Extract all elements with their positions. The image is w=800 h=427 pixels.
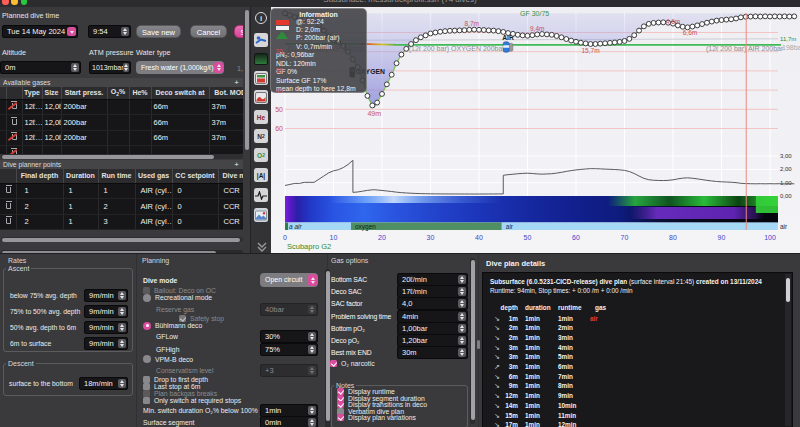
photos-icon[interactable] bbox=[254, 208, 268, 222]
o2-narcotic-checkbox[interactable]: O₂ narcotic bbox=[330, 360, 375, 367]
delete-row-icon[interactable] bbox=[0, 199, 16, 215]
table-row[interactable]: 213AIR (cyl…0CCR bbox=[0, 214, 243, 230]
planning-spinbox[interactable]: 30% bbox=[260, 330, 318, 343]
delete-row-icon[interactable] bbox=[6, 146, 22, 155]
setting-spinbox[interactable]: 9m/min bbox=[84, 289, 128, 302]
planning-radio[interactable]: Bühlmann deco bbox=[143, 322, 202, 330]
setting-spinbox[interactable]: 18m/min bbox=[79, 377, 128, 390]
dive-mode-combo-arrows[interactable] bbox=[308, 274, 317, 286]
save-button[interactable]: Save bbox=[234, 25, 243, 38]
radio-button[interactable] bbox=[143, 294, 151, 302]
column-header[interactable]: He% bbox=[129, 87, 151, 99]
spinbox-arrows[interactable] bbox=[308, 332, 316, 341]
water-type-combo[interactable]: Fresh water (1,000kg/ℓ) bbox=[136, 61, 224, 74]
dive-date-field[interactable]: Tue 14 May 2024 bbox=[2, 25, 78, 38]
spinbox-arrows[interactable] bbox=[308, 305, 316, 314]
gas-options-vscrollbar[interactable] bbox=[470, 258, 475, 424]
column-header[interactable]: Deco switch at bbox=[151, 87, 209, 99]
column-header[interactable]: Final depth bbox=[16, 169, 63, 183]
splitter-handle[interactable] bbox=[477, 340, 480, 349]
checkbox-box[interactable] bbox=[143, 397, 150, 404]
radio-button[interactable] bbox=[143, 322, 151, 330]
time-spinner[interactable] bbox=[121, 27, 129, 36]
atm-spinner[interactable] bbox=[123, 63, 129, 72]
spinbox-arrows[interactable] bbox=[118, 379, 126, 388]
altitude-field[interactable]: 0m bbox=[0, 61, 81, 74]
planning-checkbox[interactable]: Only switch at required stops bbox=[143, 397, 241, 404]
available-gases-table[interactable]: TypeSizeStart press.O2%He%Deco switch at… bbox=[0, 87, 243, 154]
column-header[interactable] bbox=[6, 87, 22, 99]
delete-row-icon[interactable] bbox=[6, 115, 22, 131]
mod-toggle-icon[interactable]: |A| bbox=[254, 168, 268, 182]
calc-ceiling-icon[interactable] bbox=[254, 90, 268, 104]
planning-spinbox[interactable]: 0min bbox=[260, 416, 318, 427]
column-header[interactable]: Dive mode bbox=[218, 169, 243, 183]
picture-tag-icon[interactable] bbox=[254, 52, 268, 66]
spinbox-arrows[interactable] bbox=[458, 336, 466, 345]
dive-planner-points-table[interactable]: Final depthDurationRun timeUsed gasCC se… bbox=[0, 169, 243, 230]
planning-radio[interactable]: VPM-B deco bbox=[143, 355, 193, 363]
delete-row-icon[interactable] bbox=[0, 214, 16, 230]
delete-row-icon[interactable] bbox=[6, 130, 22, 146]
planning-vscrollbar[interactable] bbox=[325, 269, 330, 427]
table-row[interactable]: 12ℓ…12,0ℓ200bar66m37m bbox=[0, 99, 243, 115]
spinbox-arrows[interactable] bbox=[458, 312, 466, 321]
radio-button[interactable] bbox=[143, 355, 151, 363]
ceiling-icon[interactable] bbox=[254, 71, 268, 85]
phe-toggle-icon[interactable]: He bbox=[254, 110, 268, 124]
column-header[interactable]: Type bbox=[22, 87, 42, 99]
column-header[interactable] bbox=[0, 169, 16, 183]
spinbox-arrows[interactable] bbox=[308, 418, 316, 427]
checkbox-box[interactable] bbox=[337, 414, 344, 421]
save-new-button[interactable]: Save new bbox=[136, 25, 181, 38]
column-header[interactable]: CC setpoint bbox=[172, 169, 218, 183]
column-header[interactable]: Used gas bbox=[135, 169, 172, 183]
spinbox-arrows[interactable] bbox=[118, 323, 126, 332]
setting-spinbox[interactable]: 9m/min bbox=[84, 305, 128, 318]
table-row[interactable]: 212AIR (cyl…0CCR bbox=[0, 199, 243, 215]
spinbox-arrows[interactable] bbox=[308, 406, 316, 415]
planning-radio[interactable]: Recreational mode bbox=[143, 294, 212, 302]
dive-time-field[interactable]: 9:54 bbox=[88, 25, 131, 38]
setting-spinbox[interactable]: 30m bbox=[397, 346, 468, 359]
info-icon[interactable]: i bbox=[254, 11, 268, 25]
collapse-icon[interactable] bbox=[254, 240, 268, 254]
spinbox-arrows[interactable] bbox=[308, 366, 316, 375]
setting-spinbox[interactable]: 1,20bar bbox=[397, 334, 468, 347]
atm-pressure-field[interactable]: 1013mbar bbox=[89, 61, 131, 74]
spinbox-arrows[interactable] bbox=[458, 299, 466, 308]
column-header[interactable]: Duration bbox=[63, 169, 98, 183]
heartrate-icon[interactable] bbox=[254, 188, 268, 202]
planning-spinbox[interactable]: 75% bbox=[260, 343, 318, 356]
add-gas-button[interactable]: + bbox=[234, 78, 239, 87]
column-header[interactable]: Start press. bbox=[61, 87, 107, 99]
pn2-toggle-icon[interactable]: N2 bbox=[254, 129, 268, 143]
spinbox-arrows[interactable] bbox=[458, 348, 466, 357]
planning-spinbox[interactable]: 1min bbox=[260, 404, 318, 417]
setting-spinbox[interactable]: 9m/min bbox=[84, 337, 128, 350]
setting-spinbox[interactable]: 4min bbox=[397, 310, 468, 323]
notes-checkbox[interactable]: Display plan variations bbox=[337, 414, 416, 421]
plan-details-scrollbar[interactable] bbox=[785, 274, 791, 426]
panel-vscrollbar[interactable] bbox=[243, 7, 250, 253]
spinbox-arrows[interactable] bbox=[458, 275, 466, 284]
altitude-spinner[interactable] bbox=[71, 63, 79, 72]
spinbox-arrows[interactable] bbox=[118, 339, 126, 348]
column-header[interactable]: O2% bbox=[107, 87, 129, 99]
spinbox-arrows[interactable] bbox=[118, 291, 126, 300]
delete-row-icon[interactable] bbox=[0, 183, 16, 199]
table-row[interactable]: 12ℓ…12,0ℓ200bar66m37m bbox=[0, 115, 243, 131]
planning-spinbox[interactable]: 40bar bbox=[260, 303, 318, 316]
points-table-hscrollbar[interactable] bbox=[1, 237, 243, 242]
add-point-button[interactable]: + bbox=[234, 160, 239, 169]
spinbox-arrows[interactable] bbox=[458, 324, 466, 333]
table-row[interactable]: 111AIR (cyl…0CCR bbox=[0, 183, 243, 199]
spinbox-arrows[interactable] bbox=[118, 307, 126, 316]
planning-spinbox[interactable]: +3 bbox=[260, 364, 318, 377]
setting-spinbox[interactable]: 1,00bar bbox=[397, 322, 468, 335]
gas-table-hscrollbar[interactable] bbox=[1, 154, 243, 159]
spinbox-arrows[interactable] bbox=[308, 345, 316, 354]
date-dropdown-button[interactable] bbox=[67, 27, 76, 36]
setting-spinbox[interactable]: 17ℓ/min bbox=[397, 285, 468, 298]
column-header[interactable]: Bot. MOD bbox=[209, 87, 243, 99]
